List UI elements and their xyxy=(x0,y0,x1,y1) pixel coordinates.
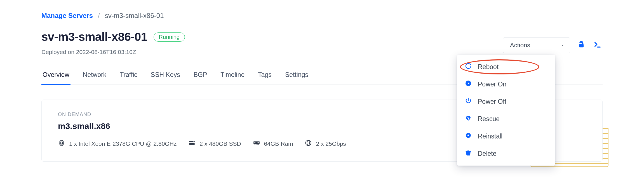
svg-rect-10 xyxy=(258,142,258,143)
menu-item-rescue[interactable]: Rescue xyxy=(457,110,555,128)
svg-point-4 xyxy=(194,141,194,142)
breadcrumb: Manage Servers / sv-m3-small-x86-01 xyxy=(41,12,603,20)
tab-settings[interactable]: Settings xyxy=(284,67,309,84)
tab-network[interactable]: Network xyxy=(82,67,107,84)
tab-sshkeys[interactable]: SSH Keys xyxy=(150,67,181,84)
tab-tags[interactable]: Tags xyxy=(257,67,273,84)
spec-net: 2 x 25Gbps xyxy=(305,139,346,148)
ram-icon xyxy=(253,139,260,148)
play-circle-icon xyxy=(465,80,472,88)
menu-item-poweron[interactable]: Power On xyxy=(457,76,555,93)
menu-item-label: Power On xyxy=(478,81,506,88)
svg-point-17 xyxy=(467,135,469,136)
globe-icon xyxy=(305,139,312,148)
menu-item-reboot[interactable]: Reboot xyxy=(457,58,555,76)
page-title: sv-m3-small-x86-01 xyxy=(41,30,147,44)
status-badge: Running xyxy=(154,32,185,42)
svg-point-5 xyxy=(194,144,194,144)
reboot-icon xyxy=(465,63,472,71)
deployed-timestamp: 2022-08-16T16:03:10Z xyxy=(76,49,136,55)
menu-item-label: Rescue xyxy=(478,115,500,123)
svg-rect-1 xyxy=(61,142,63,144)
power-icon xyxy=(465,97,472,106)
unlock-icon xyxy=(577,41,585,50)
actions-menu: Reboot Power On Power Off Rescue Reinsta… xyxy=(457,55,555,166)
tab-timeline[interactable]: Timeline xyxy=(219,67,246,84)
menu-item-delete[interactable]: Delete xyxy=(457,145,555,162)
svg-rect-8 xyxy=(255,142,256,143)
spec-cpu-label: 1 x Intel Xeon E-2378G CPU @ 2.80GHz xyxy=(69,140,177,147)
svg-rect-7 xyxy=(254,142,255,143)
unlock-button[interactable] xyxy=(576,40,586,50)
actions-button-label: Actions xyxy=(510,42,530,49)
tab-bgp[interactable]: BGP xyxy=(192,67,208,84)
heartbeat-icon xyxy=(465,115,472,123)
terminal-icon xyxy=(594,41,601,50)
deployed-prefix: Deployed on xyxy=(41,49,76,55)
disk-icon xyxy=(188,139,196,148)
spec-ram-label: 64GB Ram xyxy=(264,140,293,147)
action-strip: Actions xyxy=(503,37,603,53)
menu-item-poweroff[interactable]: Power Off xyxy=(457,93,555,110)
spec-disk: 2 x 480GB SSD xyxy=(188,139,241,148)
svg-rect-18 xyxy=(466,151,471,152)
cpu-icon xyxy=(58,139,65,148)
breadcrumb-current: sv-m3-small-x86-01 xyxy=(105,12,164,20)
highlight-ellipse xyxy=(460,59,539,74)
console-button[interactable] xyxy=(593,40,603,50)
breadcrumb-root-link[interactable]: Manage Servers xyxy=(41,12,93,20)
disc-icon xyxy=(465,132,472,140)
spec-ram: 64GB Ram xyxy=(253,139,293,148)
menu-item-label: Power Off xyxy=(478,98,506,105)
tab-overview[interactable]: Overview xyxy=(41,67,70,84)
menu-item-label: Reboot xyxy=(478,63,499,71)
caret-down-icon xyxy=(560,42,564,49)
menu-item-label: Reinstall xyxy=(478,133,502,140)
breadcrumb-separator: / xyxy=(98,12,100,20)
actions-dropdown-button[interactable]: Actions xyxy=(503,37,570,53)
svg-rect-12 xyxy=(579,44,584,47)
spec-cpu: 1 x Intel Xeon E-2378G CPU @ 2.80GHz xyxy=(58,139,177,148)
spec-disk-label: 2 x 480GB SSD xyxy=(199,140,241,147)
menu-item-reinstall[interactable]: Reinstall xyxy=(457,128,555,145)
tab-traffic[interactable]: Traffic xyxy=(119,67,138,84)
svg-rect-9 xyxy=(257,142,257,143)
menu-item-label: Delete xyxy=(478,150,496,157)
svg-rect-0 xyxy=(60,141,64,145)
spec-net-label: 2 x 25Gbps xyxy=(316,140,346,147)
trash-icon xyxy=(465,149,472,158)
